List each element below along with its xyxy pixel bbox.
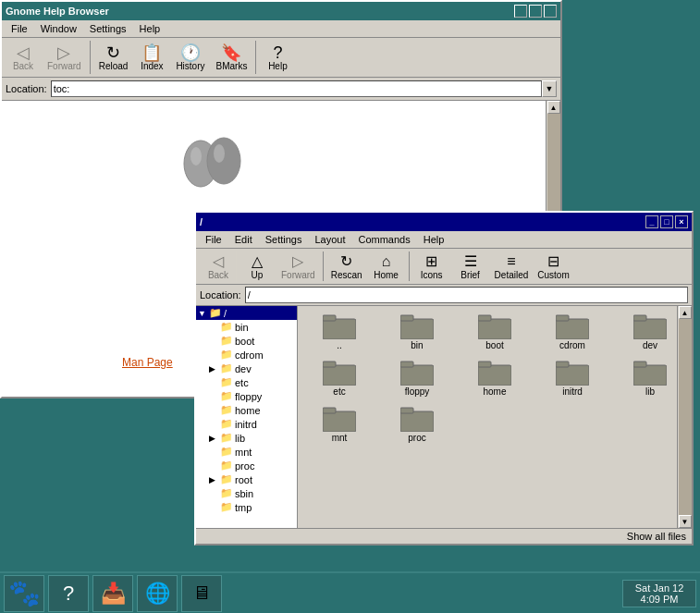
tree-item-initrd[interactable]: 📁 initrd [196, 417, 297, 431]
file-item-proc[interactable]: proc [379, 402, 455, 445]
help-titlebar-buttons [514, 5, 557, 18]
reload-icon: ↻ [106, 44, 120, 61]
man-page-link[interactable]: Man Page [122, 356, 173, 369]
svg-rect-24 [323, 411, 356, 432]
fm-menu-file[interactable]: File [200, 233, 227, 246]
fm-minimize-button[interactable]: _ [645, 215, 658, 228]
forward-icon: ▷ [57, 44, 70, 61]
clock-time: 4:09 PM [629, 594, 690, 605]
file-item-initrd[interactable]: initrd [534, 356, 610, 398]
fm-home-button[interactable]: ⌂ Home [368, 251, 405, 282]
help-location-input[interactable] [51, 80, 542, 97]
tree-item-home[interactable]: 📁 home [196, 403, 297, 417]
tree-item-tmp[interactable]: 📁 tmp [196, 500, 297, 514]
tree-item-dev[interactable]: ▶ 📁 dev [196, 362, 297, 375]
help-toolbar: ◁ Back ▷ Forward ↻ Reload 📋 Index 🕐 Hist… [2, 38, 560, 78]
tree-item-proc[interactable]: 📁 proc [196, 459, 297, 472]
fm-sep-1 [323, 251, 324, 281]
index-icon: 📋 [141, 44, 162, 61]
tree-item-etc[interactable]: 📁 etc [196, 375, 297, 389]
terminal-launcher[interactable]: 🖥 [181, 575, 222, 612]
svg-rect-21 [556, 362, 569, 367]
help-titlebar: Gnome Help Browser [2, 2, 560, 20]
tree-item-lib[interactable]: ▶ 📁 lib [196, 431, 297, 445]
fm-menu-help[interactable]: Help [418, 233, 450, 246]
gnome-foot-button[interactable]: 🐾 [4, 575, 44, 612]
fm-menu-settings[interactable]: Settings [260, 233, 308, 246]
fm-menu-commands[interactable]: Commands [352, 233, 415, 246]
svg-rect-7 [400, 315, 413, 321]
help-minimize-button[interactable] [514, 5, 527, 18]
tree-item-floppy[interactable]: 📁 floppy [196, 389, 297, 403]
fm-brief-button[interactable]: ☰ Brief [452, 251, 489, 282]
fm-detailed-button[interactable]: ≡ Detailed [491, 251, 533, 282]
fm-back-button[interactable]: ◁ Back [200, 251, 237, 282]
fm-forward-button[interactable]: ▷ Forward [277, 251, 319, 282]
svg-rect-22 [633, 365, 667, 386]
fm-titlebar-buttons: _ □ × [645, 215, 688, 228]
help-launcher[interactable]: ? [48, 575, 89, 612]
help-maximize-button[interactable] [529, 5, 542, 18]
svg-rect-20 [556, 365, 589, 386]
reload-button[interactable]: ↻ Reload [94, 42, 133, 74]
fm-menu-edit[interactable]: Edit [229, 233, 258, 246]
forward-button[interactable]: ▷ Forward [43, 42, 86, 74]
tree-item-bin[interactable]: 📁 bin [196, 320, 297, 334]
file-item-bin[interactable]: bin [379, 310, 455, 352]
fm-scroll-down-button[interactable]: ▼ [679, 515, 692, 528]
browser-launcher[interactable]: 🌐 [137, 575, 178, 612]
fm-title: / [200, 216, 203, 227]
tree-item-root[interactable]: ▼ 📁 / [196, 306, 297, 320]
help-menu-file[interactable]: File [6, 22, 33, 35]
fm-up-button[interactable]: △ Up [239, 251, 276, 282]
folder-icon-mnt [323, 404, 356, 432]
fm-status-bar: Show all files [196, 528, 692, 544]
fm-menu-layout[interactable]: Layout [309, 233, 350, 246]
tree-item-cdrom[interactable]: 📁 cdrom [196, 348, 297, 362]
help-btn[interactable]: ? Help [260, 42, 295, 74]
fm-icons-button[interactable]: ⊞ Icons [413, 251, 450, 282]
fm-titlebar: / _ □ × [196, 213, 692, 231]
folder-icon-boot [478, 312, 511, 339]
file-item-dotdot[interactable]: .. [301, 310, 377, 352]
svg-rect-16 [400, 365, 434, 386]
help-menu-window[interactable]: Window [35, 22, 82, 35]
back-button[interactable]: ◁ Back [6, 42, 41, 74]
folder-icon-floppy [400, 358, 434, 386]
tree-item-mnt[interactable]: 📁 mnt [196, 445, 297, 459]
expand-icon: ▼ [198, 309, 209, 318]
bmarks-button[interactable]: 🔖 BMarks [212, 42, 252, 74]
tree-item-root[interactable]: ▶ 📁 root [196, 472, 297, 486]
fm-scroll-up-button[interactable]: ▲ [679, 306, 692, 319]
help-menu-settings[interactable]: Settings [84, 22, 132, 35]
file-item-cdrom[interactable]: cdrom [534, 310, 610, 352]
file-item-mnt[interactable]: mnt [301, 402, 377, 445]
history-icon: 🕐 [180, 44, 201, 61]
file-item-etc[interactable]: etc [301, 356, 377, 398]
fm-up-icon: △ [252, 252, 263, 270]
fm-custom-button[interactable]: ⊟ Custom [534, 251, 572, 282]
fm-files-grid: .. bin boot [301, 310, 688, 445]
location-scroll-btn[interactable]: ▼ [542, 80, 557, 97]
fm-sep-2 [409, 251, 410, 281]
fm-maximize-button[interactable]: □ [660, 215, 673, 228]
tree-item-boot[interactable]: 📁 boot [196, 334, 297, 348]
svg-rect-11 [556, 315, 569, 321]
history-button[interactable]: 🕐 History [171, 42, 209, 74]
file-item-floppy[interactable]: floppy [379, 356, 455, 398]
file-item-home[interactable]: home [457, 356, 533, 398]
folder-icon-cdrom [556, 312, 589, 339]
folder-icon-dotdot [323, 312, 356, 339]
tree-item-sbin[interactable]: 📁 sbin [196, 486, 297, 500]
index-button[interactable]: 📋 Index [134, 42, 169, 74]
help-close-button[interactable] [544, 5, 557, 18]
scroll-up-button[interactable]: ▲ [547, 101, 560, 114]
fm-scroll-track[interactable] [679, 319, 692, 515]
help-menu-help[interactable]: Help [134, 22, 166, 35]
mail-launcher[interactable]: 📥 [92, 575, 133, 612]
fm-rescan-button[interactable]: ↻ Rescan [327, 251, 366, 282]
fm-close-button[interactable]: × [675, 215, 688, 228]
fm-location-input[interactable] [245, 287, 688, 303]
svg-rect-10 [556, 319, 589, 339]
file-item-boot[interactable]: boot [457, 310, 533, 352]
